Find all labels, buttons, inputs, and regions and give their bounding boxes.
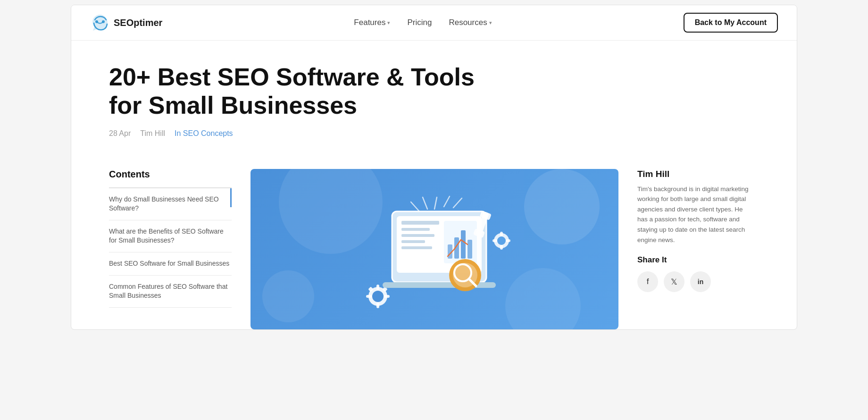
author-sidebar: Tim Hill Tim's background is in digital …	[637, 169, 751, 293]
svg-rect-34	[500, 232, 503, 236]
svg-rect-18	[401, 246, 432, 249]
svg-rect-9	[384, 295, 390, 298]
contents-sidebar: Contents Why do Small Businesses Need SE…	[109, 169, 232, 308]
share-title: Share It	[637, 255, 751, 265]
svg-rect-37	[506, 239, 510, 242]
author-name: Tim Hill	[637, 169, 751, 179]
navbar: SEOptimer Features ▾ Pricing Resources ▾…	[71, 5, 797, 41]
author-bio: Tim's background is in digital marketing…	[637, 184, 751, 245]
svg-rect-36	[492, 239, 497, 242]
svg-line-39	[444, 196, 450, 207]
features-chevron-icon: ▾	[387, 20, 390, 26]
logo-text: SEOptimer	[114, 17, 162, 28]
meta-category[interactable]: In SEO Concepts	[175, 129, 233, 138]
svg-point-5	[372, 291, 384, 302]
twitter-icon: 𝕏	[671, 277, 677, 287]
linkedin-icon: in	[698, 278, 703, 286]
resources-chevron-icon: ▾	[489, 20, 492, 26]
svg-line-40	[423, 197, 427, 209]
svg-line-38	[434, 197, 437, 209]
nav-resources[interactable]: Resources ▾	[449, 18, 492, 27]
logo-area: SEOptimer	[90, 13, 162, 33]
contents-title: Contents	[109, 169, 232, 180]
meta-author: Tim Hill	[140, 129, 165, 138]
list-item[interactable]: Best SEO Software for Small Businesses	[109, 252, 232, 276]
svg-line-42	[453, 198, 462, 208]
svg-rect-15	[401, 228, 430, 231]
article-image-area	[250, 169, 618, 329]
share-icons: f 𝕏 in	[637, 271, 751, 292]
main-layout: Contents Why do Small Businesses Need SE…	[71, 169, 797, 329]
article-title: 20+ Best SEO Software & Tools for Small …	[109, 63, 486, 120]
back-to-account-button[interactable]: Back to My Account	[684, 13, 778, 33]
svg-rect-35	[500, 245, 503, 250]
svg-rect-8	[366, 295, 372, 298]
list-item[interactable]: Why do Small Businesses Need SEO Softwar…	[109, 188, 232, 220]
contents-list: Why do Small Businesses Need SEO Softwar…	[109, 187, 232, 308]
hero-illustration	[345, 183, 524, 315]
svg-rect-6	[376, 285, 379, 290]
article-meta: 28 Apr Tim Hill In SEO Concepts	[109, 129, 759, 138]
svg-rect-16	[401, 234, 434, 237]
svg-point-3	[262, 270, 314, 322]
svg-point-33	[497, 236, 506, 245]
svg-rect-23	[467, 240, 472, 259]
nav-pricing[interactable]: Pricing	[407, 18, 432, 27]
svg-rect-7	[376, 302, 379, 308]
nav-links: Features ▾ Pricing Resources ▾	[354, 18, 492, 27]
hero-section: 20+ Best SEO Software & Tools for Small …	[71, 41, 797, 169]
hero-image	[250, 169, 618, 329]
facebook-icon: f	[647, 277, 649, 286]
svg-rect-22	[461, 230, 466, 259]
share-facebook-button[interactable]: f	[637, 271, 658, 292]
list-item[interactable]: What are the Benefits of SEO Software fo…	[109, 220, 232, 252]
svg-line-41	[411, 202, 419, 211]
logo-icon	[90, 13, 110, 33]
svg-rect-14	[401, 221, 439, 225]
nav-features[interactable]: Features ▾	[354, 18, 390, 27]
list-item[interactable]: Common Features of SEO Software that Sma…	[109, 276, 232, 308]
share-linkedin-button[interactable]: in	[690, 271, 711, 292]
share-twitter-button[interactable]: 𝕏	[664, 271, 684, 292]
meta-date: 28 Apr	[109, 129, 131, 138]
svg-rect-17	[401, 240, 425, 243]
svg-point-2	[524, 169, 600, 244]
